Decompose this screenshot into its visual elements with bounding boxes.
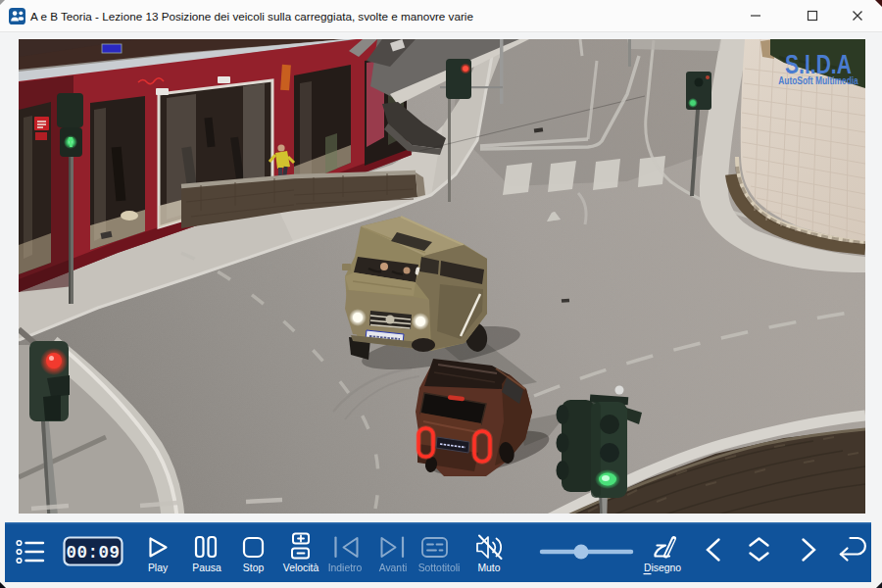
svg-text:Stop: Stop (243, 563, 265, 573)
svg-text:S.I.D.A: S.I.D.A (785, 49, 852, 78)
svg-text:00:09: 00:09 (66, 543, 120, 563)
svg-text:Velocità: Velocità (283, 563, 319, 573)
svg-text:Muto: Muto (477, 563, 500, 573)
svg-text:AutoSoft Multimedia: AutoSoft Multimedia (778, 75, 858, 86)
svg-text:Avanti: Avanti (379, 563, 408, 573)
svg-text:Disegno: Disegno (644, 563, 681, 573)
svg-text:Play: Play (148, 563, 169, 573)
svg-text:Sottotitoli: Sottotitoli (418, 563, 461, 573)
svg-text:Pausa: Pausa (192, 563, 221, 573)
svg-text:Indietro: Indietro (328, 563, 363, 573)
